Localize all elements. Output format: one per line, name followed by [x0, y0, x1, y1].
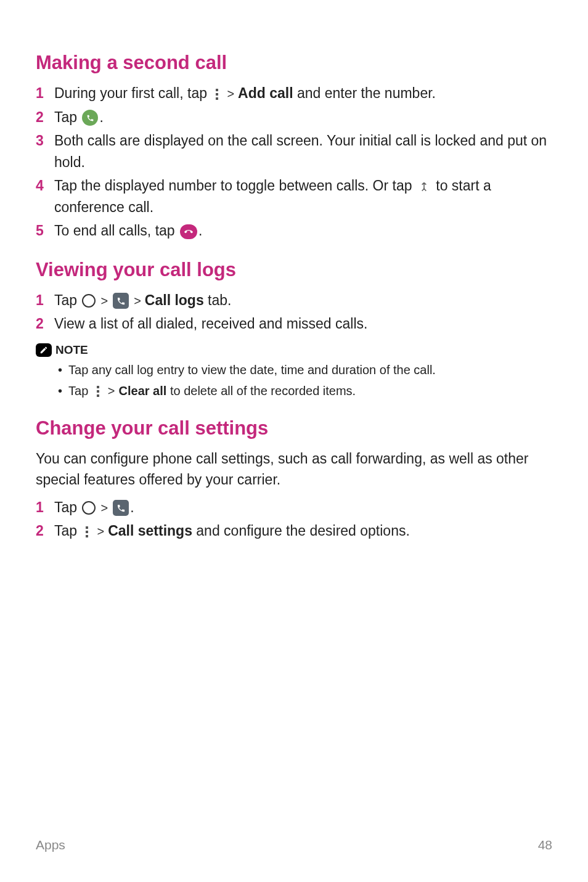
more-options-icon — [212, 88, 222, 100]
step-text: Tap . — [54, 107, 552, 128]
step-number: 1 — [36, 290, 51, 311]
step-number: 2 — [36, 520, 51, 542]
footer: Apps 48 — [36, 838, 552, 852]
step-number: 4 — [36, 175, 51, 197]
chevron-icon: > — [227, 84, 234, 103]
note-label: NOTE — [55, 343, 88, 357]
intro-paragraph: You can configure phone call settings, s… — [36, 448, 552, 491]
step-item: 5 To end all calls, tap . — [36, 220, 552, 242]
step-number: 2 — [36, 313, 51, 335]
step-item: 4 Tap the displayed number to toggle bet… — [36, 175, 552, 218]
note-header: NOTE — [36, 343, 552, 357]
step-text: Tap >. — [54, 497, 552, 518]
steps-making-second-call: 1 During your first call, tap >Add call … — [36, 83, 552, 242]
step-item: 1 Tap >>Call logs tab. — [36, 290, 552, 311]
bullet-item: • Tap >Clear all to delete all of the re… — [58, 382, 552, 400]
step-text: Tap >>Call logs tab. — [54, 290, 552, 311]
steps-change-call-settings: 1 Tap >. 2 Tap >Call settings and config… — [36, 497, 552, 542]
more-options-icon — [82, 526, 92, 538]
step-item: 2 View a list of all dialed, received an… — [36, 313, 552, 335]
step-number: 3 — [36, 130, 51, 152]
chevron-icon: > — [100, 292, 108, 310]
step-item: 3 Both calls are displayed on the call s… — [36, 130, 552, 173]
merge-calls-icon — [417, 180, 431, 194]
step-text: Both calls are displayed on the call scr… — [54, 130, 552, 173]
chevron-icon: > — [108, 382, 115, 400]
step-text: To end all calls, tap . — [54, 220, 552, 242]
step-item: 2 Tap . — [36, 107, 552, 128]
phone-app-icon — [113, 500, 129, 516]
home-icon — [82, 501, 96, 515]
step-text: View a list of all dialed, received and … — [54, 313, 552, 335]
more-options-icon — [93, 385, 103, 398]
step-item: 2 Tap >Call settings and configure the d… — [36, 520, 552, 542]
call-icon — [82, 110, 98, 126]
chevron-icon: > — [97, 522, 104, 541]
footer-section: Apps — [36, 838, 65, 852]
note-bullets: • Tap any call log entry to view the dat… — [36, 361, 552, 400]
bullet-text: Tap any call log entry to view the date,… — [68, 361, 436, 379]
phone-app-icon — [113, 293, 129, 309]
footer-page: 48 — [538, 838, 552, 852]
steps-viewing-call-logs: 1 Tap >>Call logs tab. 2 View a list of … — [36, 290, 552, 335]
home-icon — [82, 294, 96, 308]
step-number: 5 — [36, 220, 51, 242]
note-icon — [36, 343, 52, 357]
step-number: 1 — [36, 83, 51, 104]
step-item: 1 During your first call, tap >Add call … — [36, 83, 552, 104]
bullet-text: Tap >Clear all to delete all of the reco… — [68, 382, 356, 400]
bullet-dot-icon: • — [58, 382, 62, 400]
heading-change-call-settings: Change your call settings — [36, 417, 552, 439]
step-number: 1 — [36, 497, 51, 518]
chevron-icon: > — [100, 499, 108, 517]
bullet-dot-icon: • — [58, 361, 62, 379]
bullet-item: • Tap any call log entry to view the dat… — [58, 361, 552, 379]
step-item: 1 Tap >. — [36, 497, 552, 518]
heading-viewing-call-logs: Viewing your call logs — [36, 259, 552, 281]
chevron-icon: > — [134, 292, 141, 310]
step-number: 2 — [36, 107, 51, 128]
step-text: During your first call, tap >Add call an… — [54, 83, 552, 104]
end-call-icon — [180, 224, 197, 239]
step-text: Tap the displayed number to toggle betwe… — [54, 175, 552, 218]
step-text: Tap >Call settings and configure the des… — [54, 520, 552, 542]
heading-making-second-call: Making a second call — [36, 52, 552, 74]
